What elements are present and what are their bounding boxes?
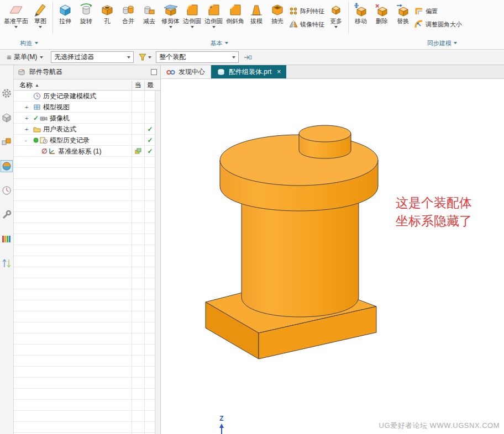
resource-tab-settings[interactable] (1, 87, 13, 99)
group-label-basic[interactable]: 基本 (58, 38, 380, 49)
ribbon-toolbar: 基准平面 草图 拉伸 旋转 (0, 0, 504, 50)
edge-blend-icon (185, 2, 200, 18)
tree-row-model-views[interactable]: + 模型视图 (14, 102, 160, 113)
menu-button[interactable]: ≡ 菜单(M) (3, 51, 46, 63)
subtract-icon (142, 2, 156, 18)
replace-face-button[interactable]: 替换 (392, 0, 413, 25)
menu-toolbar: ≡ 菜单(M) 无选择过滤器 整个装配 (0, 50, 504, 65)
ribbon-group-construction: 基准平面 草图 (2, 0, 51, 38)
ribbon-separator (53, 2, 53, 34)
pattern-feature-button[interactable]: 阵列特征 (288, 4, 326, 18)
mirror-feature-button[interactable]: 镜像特征 (288, 18, 326, 31)
sort-ascending-icon: ▲ (35, 83, 39, 88)
chamfer-button[interactable]: 倒斜角 (224, 0, 246, 25)
revolve-button[interactable]: 旋转 (76, 0, 97, 25)
expand-icon[interactable]: + (25, 126, 33, 133)
move-face-button[interactable]: 移动 (350, 0, 371, 25)
shell-button[interactable]: 抽壳 (267, 0, 288, 25)
expand-icon[interactable]: + (25, 104, 33, 110)
clock-icon (1, 185, 12, 196)
filter-funnel-button[interactable] (138, 53, 151, 62)
dropdown-arrow-icon[interactable] (169, 26, 172, 28)
trim-body-button[interactable]: 修剪体 (160, 0, 181, 28)
tree-row-datum-csys[interactable]: ∅ 基准坐标系 (1) ✓ (14, 146, 160, 157)
offset-region-button[interactable]: 偏置 (413, 4, 463, 18)
tab-discovery-center[interactable]: 发现中心 (161, 65, 211, 78)
selection-filter-combo[interactable]: 无选择过滤器 (51, 51, 134, 63)
3d-model-assembly[interactable] (206, 125, 378, 359)
navigator-scrollbar[interactable] (155, 91, 160, 434)
datum-plane-button[interactable]: 基准平面 (2, 0, 30, 28)
latest-check-icon: ✓ (144, 124, 156, 135)
selection-scope-combo[interactable]: 整个装配 (156, 51, 239, 63)
close-tab-icon[interactable]: × (277, 68, 281, 76)
ribbon-group-labels: 构造 基本 同步建模 (0, 38, 504, 49)
column-latest-label[interactable]: 最 (144, 81, 156, 91)
resource-tab-navigator-active[interactable] (1, 160, 13, 172)
snap-point-button[interactable] (243, 53, 252, 62)
resize-blend-icon (414, 20, 423, 29)
ribbon-stack-pattern-mirror: 阵列特征 镜像特征 (288, 0, 326, 31)
tree-row-history-mode[interactable]: 历史记录建模模式 (14, 91, 160, 102)
assembly-icon (1, 136, 12, 147)
dropdown-arrow-icon[interactable] (39, 26, 42, 28)
resource-bar (0, 65, 14, 434)
tree-row-user-expressions[interactable]: + 用户表达式 ✓ (14, 124, 160, 135)
sketch-button[interactable]: 草图 (30, 0, 51, 28)
graphics-viewport[interactable]: 这是个装配体 坐标系隐藏了 Z UG爱好者论坛 WWW.UGSNX.COM (161, 79, 504, 434)
dropdown-arrow-icon[interactable] (212, 26, 216, 28)
draft-button[interactable]: 拔模 (246, 0, 267, 25)
annotation-line-2: 坐标系隐藏了 (396, 212, 472, 230)
group-label-synchronous[interactable]: 同步建模 (380, 38, 504, 49)
sketch-icon (33, 2, 48, 18)
extrude-button[interactable]: 拉伸 (55, 0, 76, 25)
navigator-sphere-icon (1, 161, 12, 172)
group-dropdown-icon (35, 42, 38, 44)
datum-plane-icon (9, 2, 23, 18)
panel-title: 部件导航器 (29, 67, 62, 77)
3d-model-canvas[interactable] (161, 79, 504, 434)
unite-button[interactable]: 合并 (118, 0, 139, 25)
edge-blend-button[interactable]: 边倒圆 (181, 0, 203, 28)
group-dropdown-icon (454, 42, 457, 44)
resize-blend-button[interactable]: 调整圆角大小 (413, 18, 463, 31)
annotation-line-1: 这是个装配体 (396, 194, 472, 212)
delete-face-button[interactable]: × 删除 (371, 0, 392, 25)
camera-icon (40, 114, 48, 122)
expand-icon[interactable]: + (25, 115, 33, 121)
mirror-feature-icon (289, 20, 298, 29)
group-label-construction[interactable]: 构造 (0, 38, 58, 49)
collapse-icon[interactable]: - (25, 137, 33, 144)
hole-button[interactable]: 孔 (97, 0, 118, 25)
more-button[interactable]: 更多 (326, 0, 347, 28)
resource-tab-history[interactable] (1, 184, 13, 197)
z-axis-arrow-icon (218, 422, 225, 434)
subtract-button[interactable]: 减去 (139, 0, 160, 25)
resource-tab-tools[interactable] (1, 209, 13, 221)
arrows-icon (1, 258, 12, 269)
part-document-icon (217, 67, 225, 76)
color-palette-icon (1, 234, 12, 245)
navigator-column-header[interactable]: 名称▲ 当 最 (14, 80, 160, 91)
edge-blend-2-icon (207, 2, 221, 18)
panel-dock-button[interactable] (151, 69, 157, 75)
current-state-icon (132, 146, 144, 157)
dropdown-arrow-icon[interactable] (191, 26, 194, 28)
svg-text:×: × (375, 3, 380, 10)
dropdown-arrow-icon[interactable] (334, 26, 338, 28)
main-area: 发现中心 配件组装体.prt × (161, 65, 504, 434)
resource-tab-assembly[interactable] (1, 136, 13, 148)
snap-point-icon (243, 53, 252, 62)
tab-part-document[interactable]: 配件组装体.prt × (211, 65, 286, 78)
tree-row-cameras[interactable]: + ✓ 摄像机 (14, 113, 160, 124)
column-name-label[interactable]: 名称 (19, 81, 33, 90)
column-current-label[interactable]: 当 (132, 81, 144, 91)
tree-row-model-history[interactable]: - 模型历史记录 ✓ (14, 135, 160, 146)
dropdown-arrow-icon[interactable] (14, 26, 18, 28)
more-icon (330, 2, 342, 18)
resource-tab-directions[interactable] (1, 257, 13, 269)
z-axis-label: Z (218, 415, 225, 422)
resource-tab-palette[interactable] (1, 233, 13, 245)
resource-tab-part[interactable] (1, 112, 13, 124)
edge-blend-2-button[interactable]: 边倒圆 (203, 0, 224, 28)
